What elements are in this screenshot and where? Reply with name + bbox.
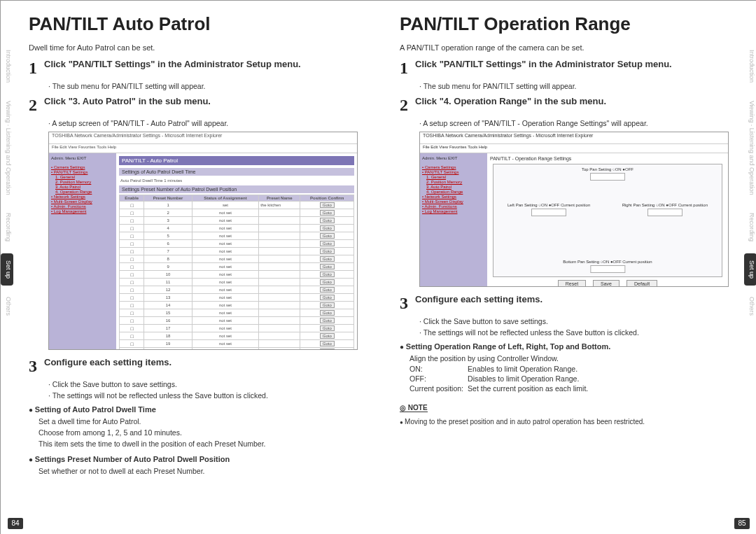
left-b1-p1: Set a dwell time for Auto Patrol. xyxy=(38,416,358,426)
left-screenshot: TOSHIBA Network Camera/Administrator Set… xyxy=(48,132,358,350)
right-step2: Click "4. Operation Range" in the sub me… xyxy=(415,96,726,108)
right-step1-sub: The sub menu for PAN/TILT setting will a… xyxy=(419,82,729,90)
right-step3: Configure each setting items. xyxy=(415,294,726,306)
right-screenshot: TOSHIBA Network Camera/Administrator Set… xyxy=(419,132,729,287)
default-button[interactable]: Default xyxy=(626,280,657,287)
tab-others[interactable]: Others xyxy=(1,290,13,323)
kv-table: ON:Enables to limit Operation Range. OFF… xyxy=(410,365,592,394)
left-step2-sub: A setup screen of "PAN/TILT - Auto Patro… xyxy=(48,119,358,127)
tab-introduction-r[interactable]: Introduction xyxy=(744,43,756,90)
tab-recording[interactable]: Recording xyxy=(1,206,13,248)
tab-others-r[interactable]: Others xyxy=(744,290,756,323)
page-num-left: 84 xyxy=(8,518,23,529)
save-button[interactable]: Save xyxy=(593,280,620,287)
left-step3-sub2: The settings will not be reflected unles… xyxy=(48,391,358,400)
left-b2-title: Settings Preset Number of Auto Patrol Dw… xyxy=(29,455,230,463)
tab-setup-r[interactable]: Set up xyxy=(744,253,756,286)
right-step2-sub: A setup screen of "PAN/TILT - Operation … xyxy=(419,119,729,127)
right-step3-sub2: The settings will not be reflected unles… xyxy=(419,328,729,337)
step-num-3: 3 xyxy=(29,357,44,376)
left-intro: Dwell time for Auto Patrol can be set. xyxy=(29,43,358,52)
reset-button[interactable]: Reset xyxy=(558,280,586,287)
left-b2-p1: Set whether or not to dwell at each Pres… xyxy=(38,466,358,476)
note-label: NOTE xyxy=(400,404,428,412)
left-step1: Click "PAN/TILT Settings" in the Adminis… xyxy=(44,59,355,71)
note-body: Moving to the preset position and in aut… xyxy=(400,418,729,426)
step-num-1: 1 xyxy=(29,59,44,78)
left-b1-p3: This item sets the time to dwell in the … xyxy=(38,439,358,449)
left-b1-title: Setting of Auto Patrol Dwell Time xyxy=(29,405,156,414)
right-step1: Click "PAN/TILT Settings" in the Adminis… xyxy=(415,59,726,71)
right-intro: A PAN/TILT operation range of the camera… xyxy=(400,43,729,52)
left-step1-sub: The sub menu for PAN/TILT setting will a… xyxy=(48,82,358,90)
left-title: PAN/TILT Auto Patrol xyxy=(29,13,358,35)
tab-setup[interactable]: Set up xyxy=(1,253,13,286)
left-step3: Configure each setting items. xyxy=(44,357,355,369)
left-step3-sub1: Click the Save button to save settings. xyxy=(48,380,358,388)
right-title: PAN/TILT Operation Range xyxy=(400,13,729,35)
tab-introduction[interactable]: Introduction xyxy=(1,43,13,90)
page-num-right: 85 xyxy=(734,518,750,529)
right-step3-sub1: Click the Save button to save settings. xyxy=(419,317,729,325)
right-b1-p1: Align the position by using Controller W… xyxy=(410,353,729,363)
left-b1-p2: Choose from among 1, 2, 5 and 10 minutes… xyxy=(38,428,358,437)
step-num-2: 2 xyxy=(29,96,44,115)
left-step2: Click "3. Auto Patrol" in the sub menu. xyxy=(44,96,355,108)
tab-viewing-r[interactable]: Viewing · Listening and Operation xyxy=(744,94,756,202)
tab-recording-r[interactable]: Recording xyxy=(744,206,756,248)
tab-viewing[interactable]: Viewing · Listening and Operation xyxy=(1,94,13,202)
right-side-tabs: Introduction Viewing · Listening and Ope… xyxy=(744,43,756,323)
left-side-tabs: Introduction Viewing · Listening and Ope… xyxy=(1,43,13,323)
right-b1-title: Setting Operation Range of Left, Right, … xyxy=(400,342,610,351)
